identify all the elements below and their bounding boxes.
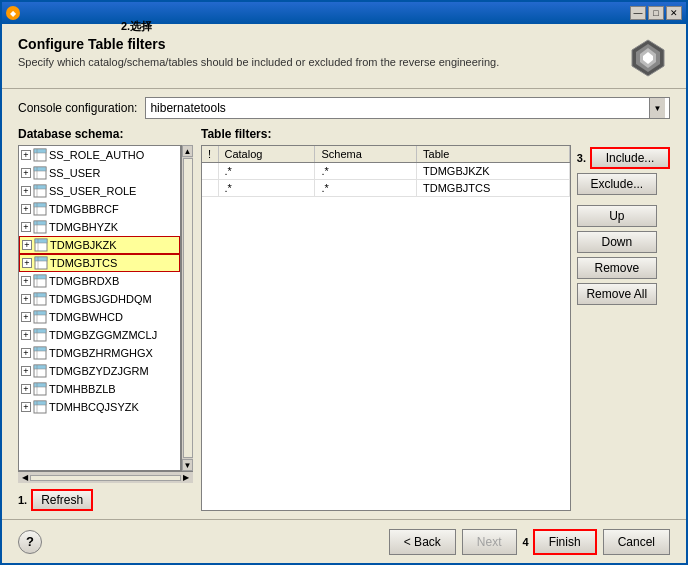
expand-tdmgbbrcf[interactable]: + (21, 204, 31, 214)
tree-item-tdmgbsjgdhdqm[interactable]: + TDMGBSJGDHDQM (19, 290, 180, 308)
svg-rect-23 (35, 257, 47, 261)
expand-tdmgbrdxb[interactable]: + (21, 276, 31, 286)
db-table-icon (33, 346, 47, 360)
expand-tdmhbbzlb[interactable]: + (21, 384, 31, 394)
expand-tdmgbwhcd[interactable]: + (21, 312, 31, 322)
tree-item-label: TDMGBWHCD (49, 311, 123, 323)
expand-tdmgbsjgdhdqm[interactable]: + (21, 294, 31, 304)
finish-button[interactable]: Finish (533, 529, 597, 555)
db-table-icon (33, 364, 47, 378)
db-table-icon (33, 400, 47, 414)
expand-ss-role-autho[interactable]: + (21, 150, 31, 160)
svg-rect-41 (34, 365, 46, 369)
filter-row-1[interactable]: .* .* TDMGBJKZK (202, 163, 569, 180)
remove-button[interactable]: Remove (577, 257, 657, 279)
scroll-left-arrow[interactable]: ◀ (20, 473, 30, 482)
col-header-table: Table (417, 146, 570, 163)
expand-tdmgbzggmzmclj[interactable]: + (21, 330, 31, 340)
close-button[interactable]: ✕ (666, 6, 682, 20)
tree-item-tdmgbzggmzmclj[interactable]: + TDMGBZGGMZMCLJ (19, 326, 180, 344)
step4-annotation: 4 (523, 536, 529, 548)
tree-item-tdmgbbrcf[interactable]: + TDMGBBRCF (19, 200, 180, 218)
tree-horizontal-scrollbar[interactable]: ◀ ▶ (18, 471, 193, 483)
content-area: Console configuration: hibernatetools ▼ … (2, 89, 686, 519)
console-combo-value: hibernatetools (150, 101, 649, 115)
svg-rect-29 (34, 293, 46, 297)
expand-tdmhbcqjsyzk[interactable]: + (21, 402, 31, 412)
combo-dropdown-arrow[interactable]: ▼ (649, 98, 665, 118)
tree-item-tdmhbbzlb[interactable]: + TDMHBBZLB (19, 380, 180, 398)
expand-ss-user[interactable]: + (21, 168, 31, 178)
filter-table-container[interactable]: ! Catalog Schema Table .* . (201, 145, 571, 511)
right-panel: 2.选择 Table filters: ! Catalog Schema (201, 127, 670, 511)
back-button[interactable]: < Back (389, 529, 456, 555)
tree-item-ss-user-role[interactable]: + SS_USER_ROLE (19, 182, 180, 200)
tree-item-label: TDMHBBZLB (49, 383, 116, 395)
tree-item-label: TDMGBRDXB (49, 275, 119, 287)
svg-rect-8 (34, 167, 46, 171)
include-button[interactable]: Include... (590, 147, 670, 169)
tree-item-ss-role-autho[interactable]: + SS_ROLE_AUTHO (19, 146, 180, 164)
tree-item-tdmgbwhcd[interactable]: + TDMGBWHCD (19, 308, 180, 326)
tree-item-tdmgbjtcs[interactable]: + TDMGBJTCS (19, 254, 180, 272)
expand-tdmgbzhrmghgx[interactable]: + (21, 348, 31, 358)
page-subtitle: Specify which catalog/schema/tables shou… (18, 56, 616, 68)
table-filters-label: Table filters: (201, 127, 670, 141)
row1-catalog: .* (218, 163, 315, 180)
database-schema-tree[interactable]: + SS_ROLE_AUTHO + SS_USER + SS_US (18, 145, 181, 471)
remove-all-button[interactable]: Remove All (577, 283, 657, 305)
tree-item-tdmgbzhrmghgx[interactable]: + TDMGBZHRMGHGX (19, 344, 180, 362)
down-button[interactable]: Down (577, 231, 657, 253)
console-row: Console configuration: hibernatetools ▼ (18, 97, 670, 119)
cancel-button[interactable]: Cancel (603, 529, 670, 555)
tree-item-tdmgbrdxb[interactable]: + TDMGBRDXB (19, 272, 180, 290)
tree-item-tdmgbjkzk[interactable]: + TDMGBJKZK (19, 236, 180, 254)
db-table-icon (33, 202, 47, 216)
tree-item-label: TDMGBJTCS (50, 257, 117, 269)
db-table-icon (34, 256, 48, 270)
expand-tdmgbhyzk[interactable]: + (21, 222, 31, 232)
tree-item-tdmgbzydzjgrm[interactable]: + TDMGBZYDZJGRM (19, 362, 180, 380)
col-header-schema: Schema (315, 146, 417, 163)
db-table-icon (33, 166, 47, 180)
next-button[interactable]: Next (462, 529, 517, 555)
scroll-thumb[interactable] (183, 158, 193, 458)
console-combo[interactable]: hibernatetools ▼ (145, 97, 670, 119)
step1-label: 1. (18, 494, 27, 506)
minimize-button[interactable]: — (630, 6, 646, 20)
tree-item-tdmgbhyzk[interactable]: + TDMGBHYZK (19, 218, 180, 236)
tree-item-label: TDMGBJKZK (50, 239, 117, 251)
expand-ss-user-role[interactable]: + (21, 186, 31, 196)
filter-row-2[interactable]: .* .* TDMGBJTCS (202, 180, 569, 197)
scroll-down-arrow[interactable]: ▼ (182, 459, 193, 471)
title-bar: ◆ — □ ✕ (2, 2, 686, 24)
nav-buttons: < Back Next 4 Finish Cancel (389, 529, 670, 555)
main-panels: Database schema: + SS_ROLE_AUTHO + SS_US… (18, 127, 670, 511)
app-icon: ◆ (6, 6, 20, 20)
expand-tdmgbjtcs[interactable]: + (22, 258, 32, 268)
db-table-icon (33, 184, 47, 198)
row1-schema: .* (315, 163, 417, 180)
filter-buttons: 3. Include... Exclude... Up Down Remove … (577, 145, 670, 511)
tree-item-tdmhbcqjsyzk[interactable]: + TDMHBCQJSYZK (19, 398, 180, 416)
row2-exclude (202, 180, 218, 197)
row2-table: TDMGBJTCS (417, 180, 570, 197)
exclude-button[interactable]: Exclude... (577, 173, 657, 195)
step2-label: 2.选择 (121, 19, 152, 34)
expand-tdmgbjkzk[interactable]: + (22, 240, 32, 250)
scroll-right-arrow[interactable]: ▶ (181, 473, 191, 482)
scroll-up-arrow[interactable]: ▲ (182, 145, 193, 157)
tree-item-ss-user[interactable]: + SS_USER (19, 164, 180, 182)
db-table-icon (33, 220, 47, 234)
help-button[interactable]: ? (18, 530, 42, 554)
db-table-icon (33, 148, 47, 162)
tree-vertical-scrollbar[interactable]: ▲ ▼ (181, 145, 193, 471)
main-window: ◆ — □ ✕ Configure Table filters Specify … (0, 0, 688, 565)
expand-tdmgbzydzjgrm[interactable]: + (21, 366, 31, 376)
up-button[interactable]: Up (577, 205, 657, 227)
maximize-button[interactable]: □ (648, 6, 664, 20)
tree-item-label: TDMGBHYZK (49, 221, 118, 233)
refresh-button[interactable]: Refresh (31, 489, 93, 511)
left-panel: Database schema: + SS_ROLE_AUTHO + SS_US… (18, 127, 193, 511)
svg-rect-5 (34, 149, 46, 153)
